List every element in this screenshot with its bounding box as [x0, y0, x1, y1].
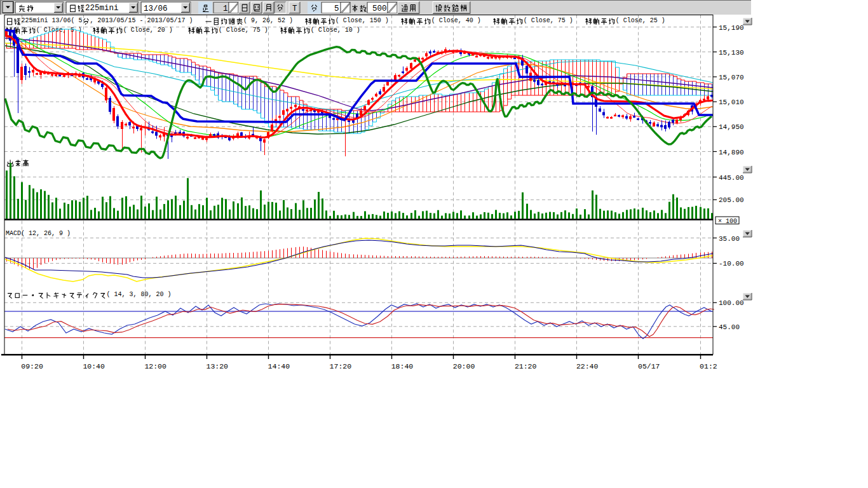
svg-text:22:40: 22:40	[576, 362, 599, 370]
svg-text:( Close, 75 ): ( Close, 75 )	[219, 27, 268, 34]
svg-text:225mini: 225mini	[85, 4, 119, 13]
svg-text:100.00: 100.00	[719, 299, 744, 307]
svg-text:13/06: 13/06	[144, 4, 168, 13]
svg-text:( Close, 10 ): ( Close, 10 )	[311, 27, 360, 34]
svg-text:15,190: 15,190	[719, 24, 744, 32]
svg-text:10:40: 10:40	[83, 362, 105, 370]
svg-text:1: 1	[223, 4, 228, 13]
svg-text:35.00: 35.00	[719, 235, 740, 243]
svg-text:MACD( 12, 26, 9 ): MACD( 12, 26, 9 )	[6, 230, 71, 237]
svg-text:( 9, 26, 52 ): ( 9, 26, 52 )	[243, 17, 293, 24]
svg-text:( Close, 150 ): ( Close, 150 )	[336, 17, 389, 24]
svg-text:15,010: 15,010	[719, 98, 744, 106]
svg-text:45.00: 45.00	[719, 323, 740, 331]
svg-text:14,890: 14,890	[719, 149, 744, 156]
svg-text:, 2013/05/15 - 2013/05/17 ): , 2013/05/15 - 2013/05/17 )	[90, 17, 193, 24]
svg-text:× 100: × 100	[718, 218, 737, 225]
svg-text:15,130: 15,130	[719, 49, 744, 57]
svg-text:09:20: 09:20	[21, 362, 43, 370]
svg-text:445.00: 445.00	[719, 174, 744, 182]
svg-text:( Close, 40 ): ( Close, 40 )	[431, 17, 481, 24]
svg-text:T: T	[292, 4, 297, 13]
svg-text:15,070: 15,070	[719, 74, 744, 81]
svg-text:( Close, 20 ): ( Close, 20 )	[123, 27, 173, 34]
svg-text:205.00: 205.00	[719, 196, 744, 204]
svg-text:( Close, 5 ): ( Close, 5 )	[36, 27, 82, 34]
svg-text:01:2: 01:2	[700, 362, 717, 370]
svg-text:12:00: 12:00	[144, 362, 166, 370]
svg-text:21:20: 21:20	[515, 362, 537, 370]
svg-text:225mini 13/06( 5: 225mini 13/06( 5	[21, 17, 82, 24]
svg-text:( Close, 75 ): ( Close, 75 )	[524, 17, 573, 24]
svg-text:05/17: 05/17	[638, 362, 660, 370]
svg-text:17:20: 17:20	[330, 362, 352, 370]
svg-text:20:00: 20:00	[453, 362, 475, 370]
svg-text:14,950: 14,950	[719, 123, 744, 131]
svg-text:5: 5	[334, 4, 339, 13]
svg-text:13:20: 13:20	[207, 362, 229, 370]
svg-text:( 14, 3, 80, 20 ): ( 14, 3, 80, 20 )	[107, 291, 172, 298]
svg-text:14:40: 14:40	[268, 362, 290, 370]
svg-text:500: 500	[372, 4, 387, 13]
svg-text:-10.00: -10.00	[719, 260, 744, 268]
svg-text:18:40: 18:40	[391, 362, 414, 370]
svg-text:( Close, 25 ): ( Close, 25 )	[616, 17, 665, 24]
